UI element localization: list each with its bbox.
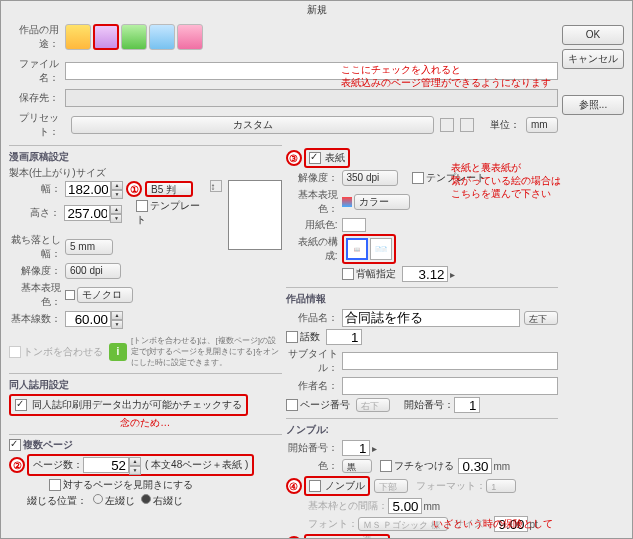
savepath-display xyxy=(65,89,558,107)
nombre-start-label: 開始番号： xyxy=(286,441,342,455)
purpose-icon-4[interactable] xyxy=(149,24,175,50)
resolution-select-left[interactable]: 600 dpi xyxy=(65,263,121,279)
subtitle-label: サブタイトル： xyxy=(286,347,342,375)
bind-right-label: 右綴じ xyxy=(153,495,183,506)
edge-input[interactable] xyxy=(458,458,492,474)
left-section-title: 漫画原稿設定 xyxy=(9,150,282,164)
resolution-label-right: 解像度： xyxy=(286,171,342,185)
author-label: 作者名： xyxy=(286,379,342,393)
edge-checkbox[interactable] xyxy=(380,460,392,472)
pages-note: ( 本文48ページ＋表紙 ) xyxy=(145,458,248,472)
purpose-icons xyxy=(65,24,203,50)
combine-marks-checkbox xyxy=(9,346,21,358)
page-preview xyxy=(228,180,282,250)
finish-size-label: 製本(仕上がり)サイズ xyxy=(9,166,282,180)
episode-checkbox[interactable] xyxy=(286,331,298,343)
cover-label: 表紙 xyxy=(325,152,345,163)
swap-wh-icon[interactable]: ↕ xyxy=(210,180,222,192)
width-input[interactable] xyxy=(65,181,111,197)
cover-struct-spread[interactable]: 📖 xyxy=(346,238,368,260)
template-checkbox-left[interactable] xyxy=(136,200,148,212)
spine-checkbox[interactable] xyxy=(342,268,354,280)
pagenum-label: ページ番号 xyxy=(300,398,350,412)
template-checkbox-right[interactable] xyxy=(412,172,424,184)
info-icon: i xyxy=(109,343,127,361)
format-select[interactable]: 1 xyxy=(486,479,516,493)
papercolor-swatch[interactable] xyxy=(342,218,366,232)
bleed-select[interactable]: 5 mm xyxy=(65,239,113,255)
baseline-label: 基本線数： xyxy=(9,312,65,326)
resolution-select-right[interactable]: 350 dpi xyxy=(342,170,398,186)
edge-unit: mm xyxy=(492,461,511,472)
workname-pos-select[interactable]: 左下 xyxy=(524,311,558,325)
marker-5: ⑤ xyxy=(286,536,302,538)
doujin-section-title: 同人誌用設定 xyxy=(9,378,282,392)
combine-marks-desc: [トンボを合わせる]は、[複数ページ]の設定で[対するページを見開きにする]をオ… xyxy=(127,335,282,368)
paper-size-select[interactable]: B5 判 xyxy=(145,181,193,197)
nombre-color-select[interactable]: 黒 xyxy=(342,459,372,473)
cover-struct-label: 表紙の構成: xyxy=(286,235,342,263)
nombre-label: ノンブル xyxy=(325,480,365,491)
baseline-spinner[interactable]: ▲▼ xyxy=(111,311,123,327)
cover-checkbox[interactable] xyxy=(309,152,321,164)
nombre-checkbox[interactable] xyxy=(309,480,321,492)
font-label: フォント： xyxy=(308,517,358,531)
purpose-icon-5[interactable] xyxy=(177,24,203,50)
doujin-note: 念のため… xyxy=(9,416,282,430)
nombre-color-label: 色： xyxy=(286,459,342,473)
bind-right-radio[interactable] xyxy=(141,494,151,504)
pages-spinner[interactable]: ▲▼ xyxy=(129,457,141,473)
pagenum-checkbox[interactable] xyxy=(286,399,298,411)
author-input[interactable] xyxy=(342,377,559,395)
episode-input[interactable] xyxy=(326,329,362,345)
font-select[interactable]: ＭＳ Ｐゴシック 標準 xyxy=(358,517,448,531)
marker-1: ① xyxy=(126,181,142,197)
papercolor-label: 用紙色: xyxy=(286,218,342,232)
colormode-select-left[interactable]: モノクロ xyxy=(77,287,133,303)
filename-input[interactable] xyxy=(65,62,558,80)
cover-struct-separate[interactable]: 📄📄 xyxy=(370,238,392,260)
preset-save-icon[interactable] xyxy=(440,118,454,132)
format-label: フォーマット： xyxy=(416,479,486,493)
gap-unit: mm xyxy=(422,501,441,512)
spine-input[interactable] xyxy=(402,266,448,282)
subtitle-input[interactable] xyxy=(342,352,559,370)
template-label-right: テンプレート xyxy=(426,172,486,183)
purpose-icon-3[interactable] xyxy=(121,24,147,50)
fontsize-input[interactable] xyxy=(494,516,528,532)
spine-arrow-icon: ▸ xyxy=(448,269,455,280)
pagenum-pos-select[interactable]: 右下 xyxy=(356,398,390,412)
pages-input[interactable] xyxy=(83,457,129,473)
doujin-check-label: 同人誌印刷用データ出力が可能かチェックする xyxy=(32,399,242,410)
savepath-label: 保存先： xyxy=(9,91,65,105)
doujin-check[interactable] xyxy=(15,399,27,411)
mono-swatch-icon xyxy=(65,290,75,300)
width-spinner[interactable]: ▲▼ xyxy=(111,181,123,197)
unit-select[interactable]: mm xyxy=(526,117,558,133)
bind-left-radio[interactable] xyxy=(93,494,103,504)
multipage-checkbox[interactable] xyxy=(9,439,21,451)
startnum-input[interactable] xyxy=(454,397,480,413)
purpose-icon-2-selected[interactable] xyxy=(93,24,119,50)
marker-3: ③ xyxy=(286,150,302,166)
browse-button[interactable]: 参照... xyxy=(562,95,624,115)
color-swatch-icon xyxy=(342,197,352,207)
colormode-select-right[interactable]: カラー xyxy=(354,194,410,210)
nombre-pos-select[interactable]: 下部 xyxy=(374,479,408,493)
preset-delete-icon[interactable] xyxy=(460,118,474,132)
marker-2: ② xyxy=(9,457,25,473)
purpose-icon-1[interactable] xyxy=(65,24,91,50)
ok-button[interactable]: OK xyxy=(562,25,624,45)
nombre-start-input[interactable] xyxy=(342,440,370,456)
marker-4: ④ xyxy=(286,478,302,494)
height-spinner[interactable]: ▲▼ xyxy=(110,205,122,221)
cancel-button[interactable]: キャンセル xyxy=(562,49,624,69)
dialog-title: 新規 xyxy=(1,1,632,19)
preset-select[interactable]: カスタム xyxy=(71,116,434,134)
gap-label: 基本枠との間隔： xyxy=(308,499,388,513)
height-input[interactable] xyxy=(64,205,110,221)
facing-checkbox[interactable] xyxy=(49,479,61,491)
gap-input[interactable] xyxy=(388,498,422,514)
workname-input[interactable] xyxy=(342,309,521,327)
baseline-input[interactable] xyxy=(65,311,111,327)
